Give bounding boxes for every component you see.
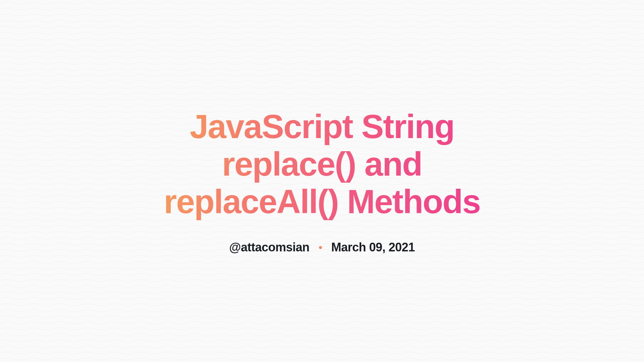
- content-container: JavaScript String replace() and replaceA…: [121, 108, 523, 254]
- page-title: JavaScript String replace() and replaceA…: [154, 108, 490, 220]
- separator-dot: [319, 246, 322, 249]
- publish-date: March 09, 2021: [331, 240, 415, 254]
- author-handle: @attacomsian: [229, 240, 309, 254]
- meta-row: @attacomsian March 09, 2021: [154, 240, 490, 254]
